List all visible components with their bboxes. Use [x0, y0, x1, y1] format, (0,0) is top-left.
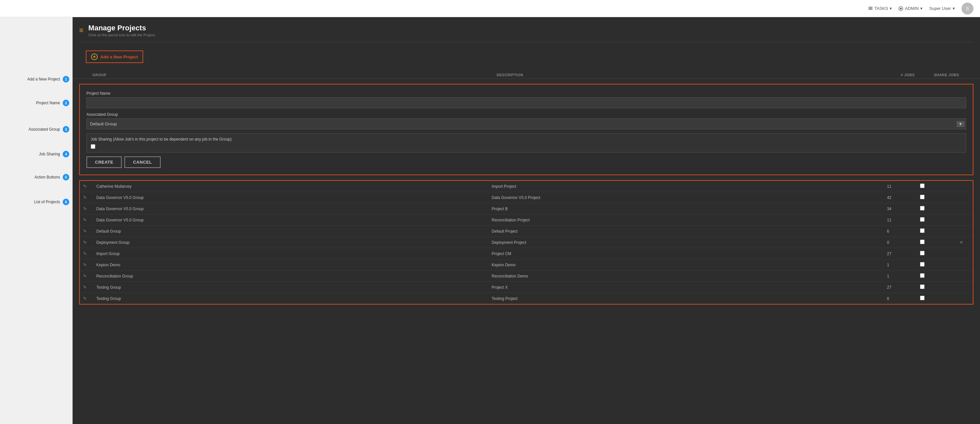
annotation-associated-group: Associated Group 3	[29, 126, 69, 133]
associated-group-select[interactable]: Default Group Data Governor V5.0 Group D…	[86, 118, 966, 129]
cancel-button[interactable]: CANCEL	[124, 156, 160, 168]
share-checkbox[interactable]	[920, 262, 924, 266]
project-jobs: 1	[887, 263, 920, 267]
svg-rect-1	[869, 8, 872, 9]
topbar: TASKS ▾ ADMIN ▾ Super User ▾ S	[0, 0, 980, 17]
table-row: ✎ Kepion Demo Kepion Demo 1	[80, 259, 973, 271]
annotation-label: Add a New Project	[27, 77, 60, 81]
project-jobs: 27	[887, 252, 920, 256]
associated-group-group: Associated Group Default Group Data Gove…	[86, 112, 966, 129]
project-jobs: 42	[887, 195, 920, 200]
share-checkbox[interactable]	[920, 251, 924, 255]
project-jobs: 1	[887, 274, 920, 279]
add-project-form: Project Name Associated Group Default Gr…	[79, 84, 974, 175]
table-row: ✎ Data Governor V5.0 Group Reconciliatio…	[80, 215, 973, 226]
share-checkbox[interactable]	[920, 206, 924, 210]
share-checkbox[interactable]	[920, 183, 924, 188]
project-jobs: 11	[887, 218, 920, 222]
share-checkbox[interactable]	[920, 228, 924, 233]
annotation-badge-1: 1	[63, 76, 69, 83]
project-description: Deployment Project	[492, 240, 887, 245]
svg-rect-0	[869, 6, 872, 7]
delete-icon[interactable]: ✕	[959, 240, 969, 245]
edit-icon[interactable]: ✎	[83, 296, 96, 301]
create-button[interactable]: CREATE	[86, 156, 122, 168]
admin-menu[interactable]: ADMIN ▾	[899, 6, 923, 11]
table-row: ✎ Data Governor V5.0 Group Project B 34	[80, 203, 973, 215]
edit-icon[interactable]: ✎	[83, 251, 96, 256]
annotation-project-name: Project Name 2	[36, 100, 69, 106]
table-header: GROUP DESCRIPTION # JOBS SHARE JOBS	[73, 71, 980, 79]
project-group: Kepion Demo	[96, 263, 492, 267]
content-area: ≡ Manage Projects Click on the pencil ic…	[73, 17, 980, 424]
project-description: Kepion Demo	[492, 263, 887, 267]
table-row: ✎ Testing Group Project X 27	[80, 282, 973, 293]
annotation-list-projects: List of Projects 6	[34, 199, 69, 205]
add-new-project-button[interactable]: + Add a New Project	[86, 51, 143, 63]
project-description: Project X	[492, 285, 887, 290]
page-header: ≡ Manage Projects Click on the pencil ic…	[73, 17, 980, 42]
user-info: Super User ▾	[929, 6, 955, 11]
chevron-down-icon: ▾	[953, 6, 955, 11]
header-text: Manage Projects Click on the pencil icon…	[88, 24, 156, 37]
annotation-add-project: Add a New Project 1	[27, 76, 69, 83]
edit-icon[interactable]: ✎	[83, 195, 96, 200]
annotation-label: Job Sharing	[39, 152, 60, 156]
table-row: ✎ Catherine Mullarvey Import Project 11	[80, 181, 973, 192]
edit-icon[interactable]: ✎	[83, 229, 96, 234]
job-sharing-checkbox-wrapper	[91, 144, 962, 149]
edit-icon[interactable]: ✎	[83, 184, 96, 189]
table-row: ✎ Default Group Default Project 6	[80, 226, 973, 237]
share-checkbox[interactable]	[920, 239, 924, 244]
tasks-chevron: ▾	[889, 6, 892, 11]
tasks-menu[interactable]: TASKS ▾	[868, 6, 892, 11]
project-name-group: Project Name	[86, 91, 966, 108]
annotation-action-buttons: Action Buttons 5	[35, 174, 69, 180]
annotation-label: List of Projects	[34, 199, 60, 204]
associated-group-label: Associated Group	[86, 112, 966, 117]
project-jobs: 6	[887, 229, 920, 234]
project-group: Default Group	[96, 229, 492, 234]
project-description: Project CM	[492, 252, 887, 256]
job-sharing-label: Job Sharing (Allow Job's in this project…	[91, 137, 962, 142]
project-group: Data Governor V5.0 Group	[96, 195, 492, 200]
project-group: Testing Group	[96, 285, 492, 290]
tasks-label: TASKS	[875, 6, 888, 11]
edit-icon[interactable]: ✎	[83, 206, 96, 211]
table-row: ✎ Reconciliation Group Reconciliation De…	[80, 271, 973, 282]
share-checkbox[interactable]	[920, 217, 924, 222]
project-group: Reconciliation Group	[96, 274, 492, 279]
admin-label: ADMIN	[905, 6, 919, 11]
svg-point-4	[900, 8, 902, 9]
share-checkbox[interactable]	[920, 296, 924, 300]
job-sharing-checkbox[interactable]	[91, 144, 95, 149]
project-name-label: Project Name	[86, 91, 966, 96]
admin-chevron: ▾	[920, 6, 923, 11]
svg-rect-2	[869, 9, 872, 10]
table-row: ✎ Import Group Project CM 27	[80, 248, 973, 259]
project-group: Catherine Mullarvey	[96, 184, 492, 189]
main-wrapper: Add a New Project 1 Project Name 2 Assoc…	[0, 17, 980, 424]
edit-icon[interactable]: ✎	[83, 285, 96, 290]
project-description: Reconciliation Project	[492, 218, 887, 222]
project-name-input[interactable]	[86, 97, 966, 108]
share-checkbox[interactable]	[920, 284, 924, 289]
table-row: ✎ Deployment Group Deployment Project 0 …	[80, 237, 973, 248]
share-checkbox[interactable]	[920, 194, 924, 199]
col-description-header: DESCRIPTION	[497, 73, 901, 77]
project-jobs: 27	[887, 285, 920, 290]
edit-icon[interactable]: ✎	[83, 262, 96, 267]
annotation-badge-4: 4	[63, 151, 69, 158]
project-jobs: 34	[887, 207, 920, 211]
project-group: Testing Group	[96, 296, 492, 301]
edit-icon[interactable]: ✎	[83, 240, 96, 245]
share-checkbox[interactable]	[920, 273, 924, 278]
job-sharing-section: Job Sharing (Allow Job's in this project…	[86, 133, 966, 153]
col-group-header: GROUP	[92, 73, 497, 77]
project-description: Import Project	[492, 184, 887, 189]
page-title: Manage Projects	[88, 24, 156, 32]
edit-icon[interactable]: ✎	[83, 217, 96, 222]
col-edit-spacer	[79, 73, 92, 77]
edit-icon[interactable]: ✎	[83, 274, 96, 279]
action-buttons: CREATE CANCEL	[86, 156, 966, 168]
